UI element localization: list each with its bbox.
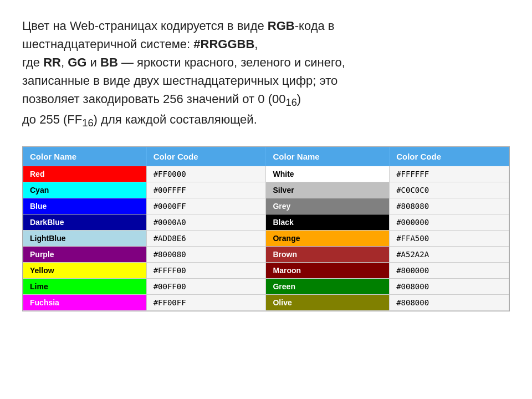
table-row: Red#FF0000White#FFFFFF: [23, 166, 509, 182]
table-header-row: Color Name Color Code Color Name Color C…: [23, 147, 509, 166]
table-row: DarkBlue#0000A0Black#000000: [23, 214, 509, 230]
color-code-cell-left: #00FFFF: [146, 182, 266, 198]
color-name-cell-right: Olive: [266, 294, 390, 310]
color-code-cell-right: #808000: [390, 294, 509, 310]
table-row: Lime#00FF00Green#008000: [23, 278, 509, 294]
color-name-cell-left: Cyan: [23, 182, 147, 198]
color-code-cell-right: #800000: [390, 262, 509, 278]
color-name-cell-left: Lime: [23, 278, 147, 294]
color-table-container: Color Name Color Code Color Name Color C…: [22, 146, 510, 311]
color-code-cell-right: #FFFFFF: [390, 166, 509, 182]
color-name-cell-right: Silver: [266, 182, 390, 198]
table-row: LightBlue#ADD8E6Orange#FFA500: [23, 230, 509, 246]
color-name-cell-left: DarkBlue: [23, 214, 147, 230]
color-code-cell-left: #FF0000: [146, 166, 266, 182]
color-code-cell-right: #FFA500: [390, 230, 509, 246]
color-code-cell-left: #FF00FF: [146, 294, 266, 310]
color-code-cell-right: #000000: [390, 214, 509, 230]
header-color-name-1: Color Name: [23, 147, 147, 166]
rr-bold: RR: [43, 55, 61, 69]
table-row: Yellow#FFFF00Maroon#800000: [23, 262, 509, 278]
gg-bold: GG: [68, 55, 86, 69]
color-code-cell-right: #A52A2A: [390, 246, 509, 262]
color-code-cell-left: #00FF00: [146, 278, 266, 294]
header-color-name-2: Color Name: [266, 147, 390, 166]
color-name-cell-left: LightBlue: [23, 230, 147, 246]
color-name-cell-right: White: [266, 166, 390, 182]
color-name-cell-left: Blue: [23, 198, 147, 214]
color-code-cell-right: #C0C0C0: [390, 182, 509, 198]
table-row: Blue#0000FFGrey#808080: [23, 198, 509, 214]
rgb-bold: RGB: [268, 19, 295, 33]
color-code-cell-left: #0000A0: [146, 214, 266, 230]
bb-bold: BB: [100, 55, 118, 69]
color-code-cell-left: #800080: [146, 246, 266, 262]
color-name-cell-right: Black: [266, 214, 390, 230]
color-name-cell-left: Fuchsia: [23, 294, 147, 310]
intro-line1: Цвет на Web-страницах кодируется в виде …: [22, 19, 345, 126]
color-name-cell-left: Yellow: [23, 262, 147, 278]
color-name-cell-left: Purple: [23, 246, 147, 262]
table-row: Purple#800080Brown#A52A2A: [23, 246, 509, 262]
hashcode-bold: #RRGGBB: [193, 37, 254, 51]
color-name-cell-right: Green: [266, 278, 390, 294]
color-code-cell-left: #FFFF00: [146, 262, 266, 278]
table-row: Cyan#00FFFFSilver#C0C0C0: [23, 182, 509, 198]
color-name-cell-right: Grey: [266, 198, 390, 214]
header-color-code-1: Color Code: [146, 147, 266, 166]
color-name-cell-right: Orange: [266, 230, 390, 246]
color-code-cell-right: #808080: [390, 198, 509, 214]
color-table: Color Name Color Code Color Name Color C…: [23, 147, 509, 311]
intro-paragraph: Цвет на Web-страницах кодируется в виде …: [22, 17, 510, 131]
color-name-cell-right: Brown: [266, 246, 390, 262]
table-row: Fuchsia#FF00FFOlive#808000: [23, 294, 509, 310]
color-code-cell-right: #008000: [390, 278, 509, 294]
color-code-cell-left: #0000FF: [146, 198, 266, 214]
color-code-cell-left: #ADD8E6: [146, 230, 266, 246]
header-color-code-2: Color Code: [390, 147, 509, 166]
color-name-cell-left: Red: [23, 166, 147, 182]
color-name-cell-right: Maroon: [266, 262, 390, 278]
